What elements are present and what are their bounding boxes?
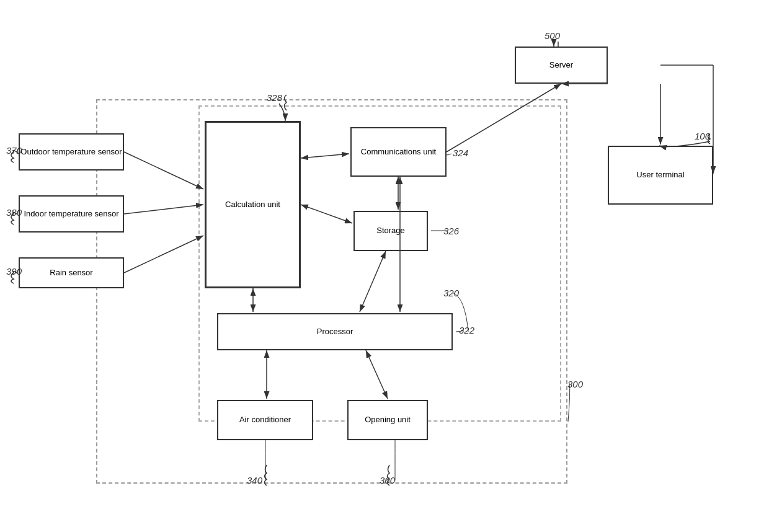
svg-line-3: [124, 152, 203, 189]
svg-line-13: [366, 350, 388, 399]
svg-line-10: [360, 251, 386, 312]
svg-text:340: 340: [247, 475, 263, 485]
svg-text:328: 328: [267, 92, 283, 103]
arrows-svg: 500 100 328 324 326 320 322 300 370 380 …: [0, 0, 769, 532]
svg-line-6: [301, 154, 349, 158]
svg-line-5: [124, 236, 203, 273]
diagram: Server User terminal Calculation unit Co…: [0, 0, 769, 532]
svg-line-7: [301, 205, 352, 223]
svg-line-14: [447, 84, 561, 152]
svg-text:320: 320: [443, 288, 460, 298]
svg-text:500: 500: [545, 30, 561, 41]
svg-text:322: 322: [459, 325, 475, 335]
svg-text:324: 324: [453, 148, 468, 158]
svg-line-4: [124, 205, 203, 214]
